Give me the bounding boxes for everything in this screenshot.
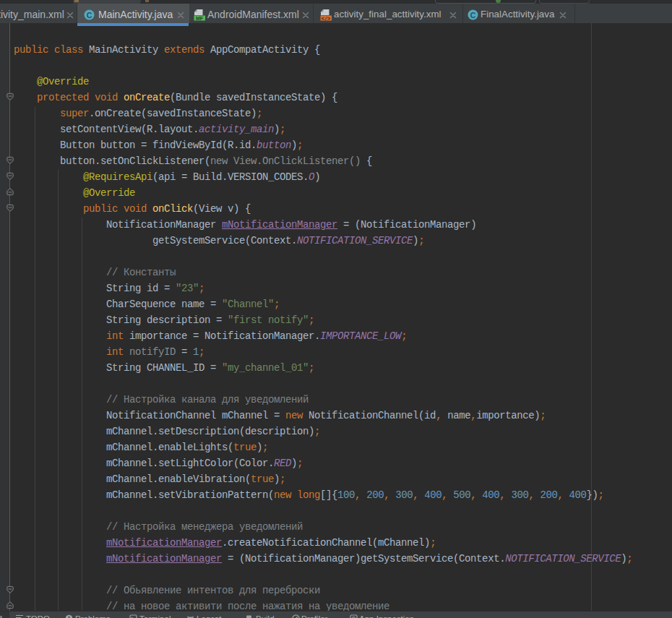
svg-text:C: C — [470, 11, 476, 20]
svg-text:MF: MF — [196, 16, 204, 21]
svg-text:C: C — [87, 11, 92, 20]
svg-text:</>: </> — [322, 16, 331, 21]
